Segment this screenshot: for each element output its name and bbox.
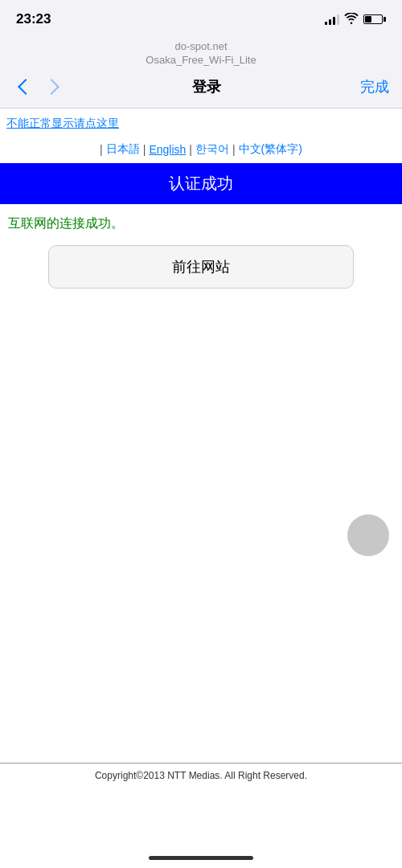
browser-header: do-spot.net Osaka_Free_Wi-Fi_Lite 登录 完成 xyxy=(0,35,402,108)
separator-1: | xyxy=(100,143,103,156)
battery-icon xyxy=(363,14,386,24)
goto-website-button[interactable]: 前往网站 xyxy=(48,245,354,289)
display-issue-link[interactable]: 不能正常显示请点这里 xyxy=(0,108,402,137)
done-button[interactable]: 完成 xyxy=(349,77,389,96)
signal-strength-icon xyxy=(325,14,339,25)
back-arrow-icon xyxy=(18,79,34,95)
lang-japanese[interactable]: 日本語 xyxy=(106,142,140,157)
url-line2: Osaka_Free_Wi-Fi_Lite xyxy=(8,54,394,68)
footer: Copyright©2013 NTT Medias. All Right Res… xyxy=(0,763,402,788)
separator-2: | xyxy=(143,143,146,156)
lang-korean[interactable]: 한국어 xyxy=(195,142,229,157)
url-bar: do-spot.net Osaka_Free_Wi-Fi_Lite xyxy=(0,35,402,71)
language-bar: | 日本語 | English | 한국어 | 中文(繁体字) xyxy=(0,137,402,163)
forward-arrow-icon xyxy=(43,79,59,95)
page-content: 不能正常显示请点这里 | 日本語 | English | 한국어 | 中文(繁体… xyxy=(0,108,402,591)
status-time: 23:23 xyxy=(16,11,51,27)
wifi-icon xyxy=(344,13,359,27)
separator-4: | xyxy=(232,143,236,156)
navigation-bar: 登录 完成 xyxy=(0,71,402,108)
url-line1: do-spot.net xyxy=(8,40,394,54)
forward-button[interactable] xyxy=(39,74,64,100)
page-title: 登录 xyxy=(64,77,349,96)
back-button[interactable] xyxy=(13,74,39,100)
copyright-text: Copyright©2013 NTT Medias. All Right Res… xyxy=(8,770,394,781)
separator-3: | xyxy=(189,143,192,156)
connection-success-text: 互联网的连接成功。 xyxy=(0,204,402,240)
auth-success-banner: 认证成功 xyxy=(0,163,402,204)
status-bar: 23:23 xyxy=(0,0,402,35)
home-indicator xyxy=(149,856,253,860)
assistive-touch-button[interactable] xyxy=(347,514,389,556)
lang-chinese-traditional[interactable]: 中文(繁体字) xyxy=(239,142,302,157)
status-icons xyxy=(325,13,386,27)
lang-english[interactable]: English xyxy=(149,143,186,156)
